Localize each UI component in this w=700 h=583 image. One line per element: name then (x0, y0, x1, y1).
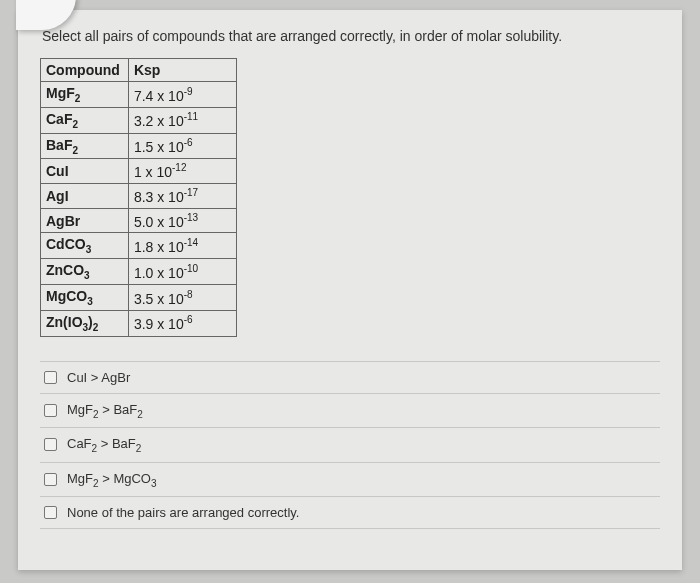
ksp-cell: 3.5 x 10-8 (128, 284, 236, 310)
question-text: Select all pairs of compounds that are a… (40, 28, 660, 44)
answer-options: CuI > AgBrMgF2 > BaF2CaF2 > BaF2MgF2 > M… (40, 361, 660, 530)
answer-option[interactable]: None of the pairs are arranged correctly… (40, 497, 660, 529)
compound-cell: CaF2 (41, 107, 129, 133)
table-row: MgF27.4 x 10-9 (41, 82, 237, 108)
option-label: CaF2 > BaF2 (67, 436, 141, 454)
ksp-cell: 1.0 x 10-10 (128, 259, 236, 285)
ksp-cell: 1.5 x 10-6 (128, 133, 236, 159)
answer-option[interactable]: CaF2 > BaF2 (40, 428, 660, 463)
compound-cell: Zn(IO3)2 (41, 310, 129, 336)
table-row: BaF21.5 x 10-6 (41, 133, 237, 159)
checkbox-icon[interactable] (44, 404, 57, 417)
table-row: AgBr5.0 x 10-13 (41, 208, 237, 233)
table-row: Zn(IO3)23.9 x 10-6 (41, 310, 237, 336)
ksp-table: Compound Ksp MgF27.4 x 10-9CaF23.2 x 10-… (40, 58, 237, 337)
table-row: MgCO33.5 x 10-8 (41, 284, 237, 310)
compound-cell: AgI (41, 184, 129, 209)
compound-cell: MgF2 (41, 82, 129, 108)
option-label: CuI > AgBr (67, 370, 130, 385)
answer-option[interactable]: MgF2 > MgCO3 (40, 463, 660, 498)
table-body: MgF27.4 x 10-9CaF23.2 x 10-11BaF21.5 x 1… (41, 82, 237, 337)
compound-cell: ZnCO3 (41, 259, 129, 285)
table-header-ksp: Ksp (128, 59, 236, 82)
table-row: AgI8.3 x 10-17 (41, 184, 237, 209)
answer-option[interactable]: CuI > AgBr (40, 361, 660, 394)
page-curl (16, 0, 76, 30)
option-label: None of the pairs are arranged correctly… (67, 505, 299, 520)
compound-cell: AgBr (41, 208, 129, 233)
ksp-cell: 7.4 x 10-9 (128, 82, 236, 108)
ksp-cell: 3.2 x 10-11 (128, 107, 236, 133)
ksp-cell: 8.3 x 10-17 (128, 184, 236, 209)
checkbox-icon[interactable] (44, 473, 57, 486)
checkbox-icon[interactable] (44, 506, 57, 519)
ksp-cell: 1.8 x 10-14 (128, 233, 236, 259)
option-label: MgF2 > MgCO3 (67, 471, 157, 489)
checkbox-icon[interactable] (44, 371, 57, 384)
checkbox-icon[interactable] (44, 438, 57, 451)
compound-cell: MgCO3 (41, 284, 129, 310)
table-row: CaF23.2 x 10-11 (41, 107, 237, 133)
ksp-cell: 1 x 10-12 (128, 159, 236, 184)
answer-option[interactable]: MgF2 > BaF2 (40, 394, 660, 429)
table-row: ZnCO31.0 x 10-10 (41, 259, 237, 285)
table-header-compound: Compound (41, 59, 129, 82)
table-row: CdCO31.8 x 10-14 (41, 233, 237, 259)
compound-cell: CuI (41, 159, 129, 184)
ksp-cell: 5.0 x 10-13 (128, 208, 236, 233)
option-label: MgF2 > BaF2 (67, 402, 143, 420)
ksp-cell: 3.9 x 10-6 (128, 310, 236, 336)
question-page: Select all pairs of compounds that are a… (18, 10, 682, 570)
table-row: CuI1 x 10-12 (41, 159, 237, 184)
compound-cell: CdCO3 (41, 233, 129, 259)
compound-cell: BaF2 (41, 133, 129, 159)
